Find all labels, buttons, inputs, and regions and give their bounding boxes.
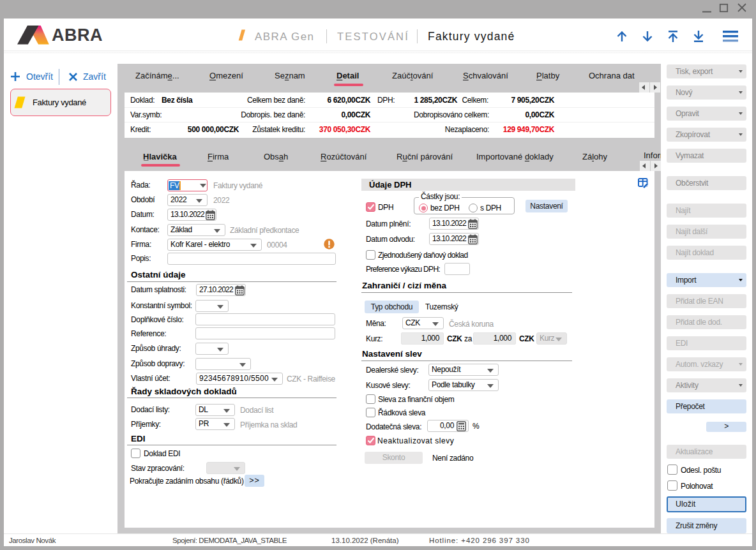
- svg-text:ABRA: ABRA: [52, 26, 103, 45]
